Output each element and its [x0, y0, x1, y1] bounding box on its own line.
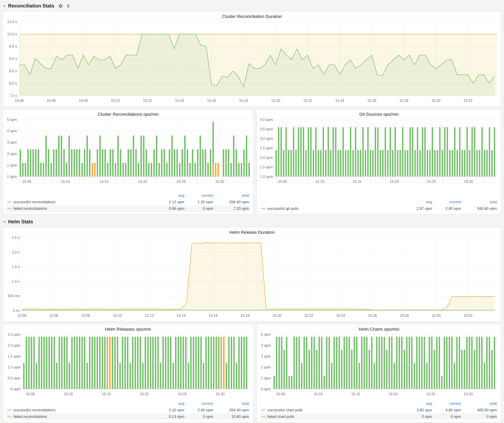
panel-cluster-reconciliation-duration: Cluster Reconciliation Duration 7.5 s8.0… — [2, 11, 502, 106]
svg-text:2.0 opm: 2.0 opm — [260, 156, 273, 160]
legend-value-avg: 0.06 opm — [149, 206, 184, 211]
svg-text:1.5 opm: 1.5 opm — [260, 165, 273, 169]
svg-text:15:32: 15:32 — [464, 313, 473, 317]
panel-title-helm-releases-ops[interactable]: Helm Releases ops/min — [3, 324, 253, 332]
legend-value-current: 0 opm — [432, 414, 461, 419]
svg-text:15:14: 15:14 — [177, 313, 186, 317]
legend-col-avg[interactable]: avg — [396, 200, 432, 204]
svg-text:15:16: 15:16 — [207, 99, 216, 103]
series-color-swatch — [261, 208, 265, 209]
panel-title-helm-charts-ops[interactable]: Helm Charts ops/min — [257, 324, 501, 332]
legend-series-toggle[interactable]: successful reconciliations — [7, 408, 149, 412]
svg-text:15:15: 15:15 — [102, 392, 111, 396]
row-header-helm-stats[interactable]: Helm Stats — [2, 218, 502, 226]
legend-value-avg: 3.85 opm — [396, 408, 432, 412]
legend-col-avg[interactable]: avg — [396, 401, 432, 406]
legend-series-toggle[interactable]: failed reconciliations — [7, 414, 149, 419]
legend-value-avg: 2.10 opm — [149, 408, 184, 412]
legend-col-current[interactable]: current — [432, 401, 461, 406]
chevron-down-icon[interactable] — [2, 220, 6, 224]
svg-text:2 opm: 2 opm — [261, 365, 271, 369]
legend-col-total[interactable]: total — [461, 200, 497, 204]
svg-text:15:20: 15:20 — [138, 180, 147, 184]
svg-text:1.5 opm: 1.5 opm — [8, 354, 21, 358]
svg-text:15:20: 15:20 — [390, 180, 399, 184]
legend-series-toggle[interactable]: failed chart pulls — [261, 414, 396, 419]
svg-text:15:08: 15:08 — [79, 99, 88, 103]
panel-helm-charts-ops: Helm Charts ops/min 0 opm1 opm2 opm3 opm… — [256, 324, 502, 422]
legend-col-avg[interactable]: avg — [149, 193, 184, 198]
svg-text:1.0 s: 1.0 s — [12, 279, 20, 283]
svg-text:2.5 opm: 2.5 opm — [8, 333, 21, 337]
svg-text:15:04: 15:04 — [15, 99, 24, 103]
legend-value-current: 0 opm — [184, 206, 213, 211]
cluster-reconciliations-ops-chart[interactable]: 0 opm1 opm2 opm3 opm4 opm5 opm15:0515:10… — [3, 118, 253, 185]
legend-col-current[interactable]: current — [184, 193, 213, 198]
panel-title-cluster-reconciliations-ops[interactable]: Cluster Reconciliations ops/min — [3, 109, 253, 118]
legend-git-sources: avg current total successful git pulls 2… — [257, 198, 501, 214]
chevron-down-icon[interactable] — [2, 4, 6, 8]
legend-series-toggle[interactable]: failed reconciliations — [7, 206, 149, 211]
legend-col-total[interactable]: total — [213, 193, 249, 198]
dashboard: Reconciliation Stats Cluster Reconciliat… — [0, 0, 504, 422]
legend-value-total: 7.20 opm — [213, 206, 249, 211]
svg-text:3 opm: 3 opm — [7, 140, 17, 144]
svg-text:15:15: 15:15 — [351, 392, 360, 396]
helm-releases-ops-chart[interactable]: 0 opm0.5 opm1.0 opm1.5 opm2.0 opm2.5 opm… — [3, 332, 253, 398]
gear-icon[interactable] — [58, 4, 63, 8]
legend-col-current[interactable]: current — [184, 401, 213, 406]
series-color-swatch — [7, 208, 12, 209]
helm-release-duration-chart[interactable]: 0 ns500 ms1.0 s1.5 s2.0 s2.5 s15:0415:06… — [3, 235, 501, 319]
svg-text:15:20: 15:20 — [389, 392, 398, 396]
helm-charts-ops-chart[interactable]: 0 opm1 opm2 opm3 opm4 opm5 opm15:0515:10… — [257, 332, 501, 398]
series-color-swatch — [7, 416, 12, 417]
svg-text:15:12: 15:12 — [145, 313, 154, 317]
row-header-reconciliation-stats[interactable]: Reconciliation Stats — [2, 2, 502, 10]
legend-col-current[interactable]: current — [432, 200, 461, 204]
svg-text:0 opm: 0 opm — [11, 387, 21, 391]
legend-series-toggle[interactable]: successful reconciliations — [7, 200, 149, 204]
svg-text:15:10: 15:10 — [111, 99, 120, 103]
legend-col-avg[interactable]: avg — [149, 401, 184, 406]
svg-text:15:26: 15:26 — [367, 99, 376, 103]
svg-text:0 opm: 0 opm — [261, 387, 271, 391]
panel-title-git-sources-ops[interactable]: Git Sources ops/min — [257, 109, 501, 118]
svg-text:15:26: 15:26 — [368, 313, 377, 317]
svg-text:15:18: 15:18 — [239, 99, 248, 103]
legend-col-total[interactable]: total — [213, 401, 249, 406]
svg-text:15:04: 15:04 — [17, 313, 26, 317]
legend-value-total: 465.60 opm — [461, 408, 497, 412]
legend-col-total[interactable]: total — [461, 401, 497, 406]
svg-text:15:24: 15:24 — [335, 99, 344, 103]
legend-row-failed-reconciliations: failed reconciliations 0.13 opm 0 opm 15… — [7, 413, 249, 420]
legend-series-toggle[interactable]: successful chart pulls — [261, 408, 396, 412]
series-name: successful chart pulls — [267, 408, 303, 412]
panel-title-helm-release-duration[interactable]: Helm Release Duration — [3, 227, 501, 235]
svg-text:5 opm: 5 opm — [261, 333, 271, 337]
section-title-reconciliation-stats: Reconciliation Stats — [8, 3, 54, 9]
svg-text:15:14: 15:14 — [175, 99, 184, 103]
legend-header-row: avg current total — [7, 400, 249, 407]
svg-text:15:30: 15:30 — [464, 180, 473, 184]
svg-text:15:30: 15:30 — [216, 392, 225, 396]
legend-value-current: 0 opm — [184, 414, 213, 419]
svg-text:2.5 opm: 2.5 opm — [260, 146, 273, 150]
cluster-reconciliation-duration-chart[interactable]: 7.5 s8.0 s8.5 s9.0 s9.5 s10.0 s10.5 s15:… — [3, 20, 501, 104]
svg-text:15:32: 15:32 — [463, 99, 473, 103]
svg-text:15:30: 15:30 — [432, 313, 441, 317]
svg-text:2.5 s: 2.5 s — [12, 236, 20, 240]
svg-text:15:10: 15:10 — [61, 180, 70, 184]
git-sources-ops-chart[interactable]: 1.0 opm1.5 opm2.0 opm2.5 opm3.0 opm3.5 o… — [257, 118, 501, 185]
legend-series-toggle[interactable]: successful git pulls — [261, 206, 396, 211]
svg-text:15:25: 15:25 — [427, 180, 436, 184]
trash-icon[interactable] — [66, 4, 71, 8]
panel-helm-releases-ops: Helm Releases ops/min 0 opm0.5 opm1.0 op… — [2, 324, 254, 422]
svg-text:1 opm: 1 opm — [261, 376, 271, 380]
svg-text:15:25: 15:25 — [426, 392, 435, 396]
svg-text:15:05: 15:05 — [23, 180, 31, 184]
legend-row-successful-reconciliations: successful reconciliations 2.12 opm 1.20… — [7, 199, 249, 205]
svg-text:15:16: 15:16 — [209, 313, 218, 317]
panel-title-cluster-reconciliation-duration[interactable]: Cluster Reconciliation Duration — [3, 12, 501, 20]
svg-text:3.5 opm: 3.5 opm — [260, 127, 273, 131]
legend-value-avg: 0 opm — [396, 414, 432, 419]
